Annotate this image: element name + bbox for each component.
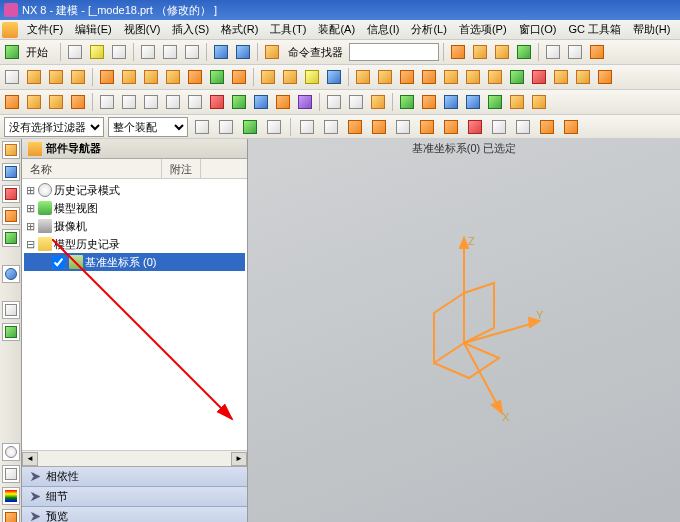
cut-icon[interactable] [138,42,158,62]
menu-tools[interactable]: 工具(T) [264,20,312,39]
bool-d-icon[interactable] [324,67,344,87]
tab-dependency[interactable]: ⮞相依性 [22,467,247,487]
tool-b-icon[interactable] [470,42,490,62]
asm-h-icon[interactable] [507,67,527,87]
t3-s-icon[interactable] [419,92,439,112]
tool-a-icon[interactable] [448,42,468,62]
menu-file[interactable]: 文件(F) [21,20,69,39]
t3-k-icon[interactable] [229,92,249,112]
asm-a-icon[interactable] [353,67,373,87]
t3-t-icon[interactable] [441,92,461,112]
asm-l-icon[interactable] [595,67,615,87]
datum-csys-gizmo[interactable]: Z Y X [384,233,544,433]
t3-g-icon[interactable] [141,92,161,112]
flt-k-icon[interactable] [441,117,461,137]
t3-q-icon[interactable] [368,92,388,112]
asm-k-icon[interactable] [573,67,593,87]
expand-icon[interactable]: ⊞ [24,184,36,197]
t3-p-icon[interactable] [346,92,366,112]
t3-b-icon[interactable] [24,92,44,112]
flt-o-icon[interactable] [537,117,557,137]
flt-e-icon[interactable] [297,117,317,137]
col-note[interactable]: 附注 [162,159,201,178]
feature-d-icon[interactable] [163,67,183,87]
flt-a-icon[interactable] [192,117,212,137]
tree[interactable]: ⊞历史记录模式 ⊞模型视图 ⊞摄像机 ⊟模型历史记录 基准坐标系 (0) [22,179,247,450]
menu-edit[interactable]: 编辑(E) [69,20,118,39]
nav-process-icon[interactable] [2,323,20,341]
feature-c-icon[interactable] [141,67,161,87]
tree-node-model-view[interactable]: ⊞模型视图 [24,199,245,217]
flt-f-icon[interactable] [321,117,341,137]
nav-asm-icon[interactable] [2,163,20,181]
flt-l-icon[interactable] [465,117,485,137]
menu-preferences[interactable]: 首选项(P) [453,20,513,39]
app-menu-icon[interactable] [2,22,18,38]
tool-f-icon[interactable] [565,42,585,62]
nav-tri-icon[interactable] [2,509,20,522]
nav-clock-icon[interactable] [2,443,20,461]
menu-insert[interactable]: 插入(S) [166,20,215,39]
sketch-icon[interactable] [2,67,22,87]
flt-d-icon[interactable] [264,117,284,137]
h-scrollbar[interactable]: ◄ ► [22,450,247,466]
nav-hd3d-icon[interactable] [2,229,20,247]
t3-d-icon[interactable] [68,92,88,112]
expand-icon[interactable]: ⊞ [24,202,36,215]
tree-node-history-mode[interactable]: ⊞历史记录模式 [24,181,245,199]
tool-e-icon[interactable] [543,42,563,62]
t3-i-icon[interactable] [185,92,205,112]
nav-color-icon[interactable] [2,487,20,505]
t3-e-icon[interactable] [97,92,117,112]
tool-d-icon[interactable] [514,42,534,62]
tree-node-datum-csys[interactable]: 基准坐标系 (0) [24,253,245,271]
tree-node-model-history[interactable]: ⊟模型历史记录 [24,235,245,253]
t3-j-icon[interactable] [207,92,227,112]
menu-view[interactable]: 视图(V) [118,20,167,39]
start-label[interactable]: 开始 [24,45,56,60]
nav-layer-icon[interactable] [2,465,20,483]
feature-e-icon[interactable] [185,67,205,87]
expand-icon[interactable]: ⊞ [24,220,36,233]
flt-i-icon[interactable] [393,117,413,137]
t3-u-icon[interactable] [463,92,483,112]
feature-f-icon[interactable] [207,67,227,87]
t3-l-icon[interactable] [251,92,271,112]
asm-i-icon[interactable] [529,67,549,87]
nav-browser-icon[interactable] [2,265,20,283]
col-name[interactable]: 名称 [22,159,162,178]
start-button[interactable] [2,42,22,62]
asm-d-icon[interactable] [419,67,439,87]
extrude-icon[interactable] [24,67,44,87]
flt-p-icon[interactable] [561,117,581,137]
flt-g-icon[interactable] [345,117,365,137]
tab-preview[interactable]: ⮞预览 [22,507,247,522]
nav-part-icon[interactable] [2,141,20,159]
asm-j-icon[interactable] [551,67,571,87]
command-finder-label[interactable]: 命令查找器 [284,45,347,60]
asm-f-icon[interactable] [463,67,483,87]
command-finder-icon[interactable] [262,42,282,62]
asm-e-icon[interactable] [441,67,461,87]
flt-c-icon[interactable] [240,117,260,137]
new-icon[interactable] [65,42,85,62]
feature-g-icon[interactable] [229,67,249,87]
revolve-icon[interactable] [46,67,66,87]
tool-c-icon[interactable] [492,42,512,62]
undo-icon[interactable] [211,42,231,62]
redo-icon[interactable] [233,42,253,62]
flt-m-icon[interactable] [489,117,509,137]
collapse-icon[interactable]: ⊟ [24,238,36,251]
t3-r-icon[interactable] [397,92,417,112]
t3-a-icon[interactable] [2,92,22,112]
assembly-filter-select[interactable]: 整个装配 [108,117,188,137]
feature-b-icon[interactable] [119,67,139,87]
flt-n-icon[interactable] [513,117,533,137]
open-icon[interactable] [87,42,107,62]
bool-c-icon[interactable] [302,67,322,87]
asm-c-icon[interactable] [397,67,417,87]
copy-icon[interactable] [160,42,180,62]
t3-h-icon[interactable] [163,92,183,112]
menu-assemblies[interactable]: 装配(A) [312,20,361,39]
nav-constraint-icon[interactable] [2,185,20,203]
